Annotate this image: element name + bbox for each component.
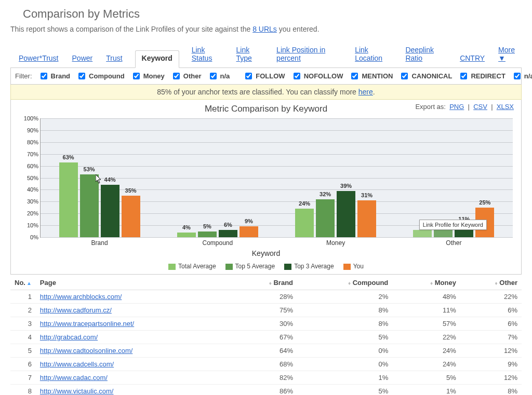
filter-follow[interactable]: FOLLOW	[243, 71, 285, 81]
page-link[interactable]: http://www.cadcells.com/	[40, 360, 114, 368]
legend-item[interactable]: You	[343, 263, 364, 270]
filter-checkbox[interactable]	[173, 73, 180, 79]
export-png[interactable]: PNG	[449, 103, 464, 111]
page-title: Comparison by Metrics	[23, 7, 522, 21]
bar-total-average[interactable]	[413, 230, 432, 237]
bar-you[interactable]: 9%	[240, 226, 258, 237]
bar-top-5-average[interactable]: 53%	[80, 174, 99, 237]
x-category: Other	[395, 239, 513, 247]
filter-other[interactable]: Other	[171, 71, 202, 81]
filter-n-a[interactable]: n/a	[208, 71, 230, 81]
col-other[interactable]: ♦ Other	[460, 276, 522, 290]
tab-cntry[interactable]: CNTRY	[459, 51, 486, 67]
page-link[interactable]: http://www.cadtoolsonline.com/	[40, 347, 132, 355]
classify-link[interactable]: here	[358, 88, 373, 96]
filter-compound[interactable]: Compound	[76, 71, 125, 81]
page-link[interactable]: http://www.cadforum.cz/	[40, 306, 112, 314]
col-brand[interactable]: ♦ Brand	[233, 276, 297, 290]
tab-keyword[interactable]: Keyword	[135, 50, 179, 68]
legend-item[interactable]: Top 5 Average	[225, 263, 275, 270]
export-csv[interactable]: CSV	[473, 103, 487, 111]
col-compound[interactable]: ♦ Compound	[297, 276, 392, 290]
subtitle-post: you entered.	[277, 25, 320, 33]
y-tick: 20%	[19, 210, 38, 216]
tab-link-status[interactable]: Link Status	[191, 43, 224, 67]
filter-checkbox[interactable]	[351, 73, 358, 79]
tab-link-type[interactable]: Link Type	[235, 43, 264, 67]
filter-n-a[interactable]: n/a	[512, 71, 532, 81]
tab-deeplink-ratio[interactable]: Deeplink Ratio	[404, 43, 447, 67]
tab-trust[interactable]: Trust	[105, 51, 123, 67]
page-link[interactable]: http://www.archblocks.com/	[40, 293, 122, 301]
filter-text: NOFOLLOW	[304, 72, 343, 80]
filter-redirect[interactable]: REDIRECT	[458, 71, 505, 81]
filter-text: FOLLOW	[256, 72, 285, 80]
legend-item[interactable]: Top 3 Average	[284, 263, 334, 270]
urls-link[interactable]: 8 URLs	[252, 25, 277, 33]
bar-top-3-average[interactable]: 39%	[337, 191, 355, 237]
bar-you[interactable]: 35%	[122, 196, 140, 237]
filter-checkbox[interactable]	[245, 73, 252, 79]
cell-compound: 1%	[297, 371, 392, 385]
bar-total-average[interactable]: 63%	[59, 162, 78, 237]
cell-page: http://www.cadac.com/	[36, 371, 233, 385]
filter-checkbox[interactable]	[78, 73, 85, 79]
page-link[interactable]: http://www.victaulic.com/	[40, 387, 114, 395]
filter-checkbox[interactable]	[401, 73, 408, 79]
bar-total-average[interactable]: 24%	[295, 209, 314, 237]
bar-top-3-average[interactable]: 44%	[101, 185, 119, 237]
page-link[interactable]: http://grabcad.com/	[40, 333, 98, 341]
cell-compound: 5%	[297, 385, 392, 396]
tab-link-position-in-percent[interactable]: Link Position in percent	[275, 43, 342, 67]
tab-link-location[interactable]: Link Location	[354, 43, 393, 67]
table-row: 8http://www.victaulic.com/86%5%1%8%	[10, 385, 522, 396]
col-no-[interactable]: No.▲	[10, 276, 36, 290]
page-link[interactable]: http://www.tracepartsonline.net/	[40, 320, 134, 328]
bar-label: 31%	[357, 192, 376, 198]
bar-total-average[interactable]: 4%	[177, 233, 196, 237]
cell-no: 4	[10, 331, 36, 344]
col-money[interactable]: ♦ Money	[392, 276, 460, 290]
cell-no: 7	[10, 371, 36, 385]
table-row: 2http://www.cadforum.cz/75%8%11%6%	[10, 304, 522, 317]
group-compound: 4%5%6%9%Compound	[158, 118, 276, 237]
col-page[interactable]: Page	[36, 276, 233, 290]
bar-top-5-average[interactable]: 5%	[198, 231, 217, 237]
filter-checkbox[interactable]	[133, 73, 140, 79]
tab-more-[interactable]: More ▼	[497, 43, 522, 67]
page-link[interactable]: http://www.cadac.com/	[40, 374, 108, 382]
filter-checkbox[interactable]	[41, 73, 47, 79]
legend-item[interactable]: Total Average	[168, 263, 216, 270]
cell-page: http://www.victaulic.com/	[36, 385, 233, 396]
bar-top-3-average[interactable]: 6%	[219, 230, 237, 237]
filter-checkbox[interactable]	[514, 73, 521, 79]
cell-brand: 75%	[233, 304, 297, 317]
x-axis-title: Keyword	[17, 249, 515, 257]
bar-you[interactable]: 31%	[357, 200, 376, 237]
filter-money[interactable]: Money	[131, 71, 165, 81]
filter-mention[interactable]: MENTION	[349, 71, 393, 81]
export-xlsx[interactable]: XLSX	[497, 103, 514, 111]
x-category: Compound	[158, 239, 276, 247]
cell-page: http://grabcad.com/	[36, 331, 233, 344]
cell-money: 1%	[392, 385, 460, 396]
notice-post: .	[373, 88, 375, 96]
filter-text: CANONICAL	[411, 72, 452, 80]
tab-power-trust[interactable]: Power*Trust	[18, 51, 60, 67]
filter-checkbox[interactable]	[460, 73, 467, 79]
table-row: 4http://grabcad.com/67%5%22%7%	[10, 331, 522, 344]
filter-checkbox[interactable]	[210, 73, 217, 79]
bar-top-5-average[interactable]: 32%	[316, 199, 335, 237]
bar-top-5-average[interactable]	[434, 230, 453, 237]
filter-brand[interactable]: Brand	[38, 71, 71, 81]
tab-power[interactable]: Power	[71, 51, 94, 67]
bar-label: 53%	[80, 166, 99, 172]
chart-plot[interactable]: 0%10%20%30%40%50%60%70%80%90%100%63%53%4…	[40, 118, 513, 238]
filter-nofollow[interactable]: NOFOLLOW	[291, 71, 343, 81]
filter-canonical[interactable]: CANONICAL	[399, 71, 452, 81]
table-row: 1http://www.archblocks.com/28%2%48%22%	[10, 290, 522, 304]
cell-brand: 86%	[233, 385, 297, 396]
cell-brand: 68%	[233, 358, 297, 371]
cell-compound: 2%	[297, 290, 392, 304]
filter-checkbox[interactable]	[294, 73, 300, 79]
